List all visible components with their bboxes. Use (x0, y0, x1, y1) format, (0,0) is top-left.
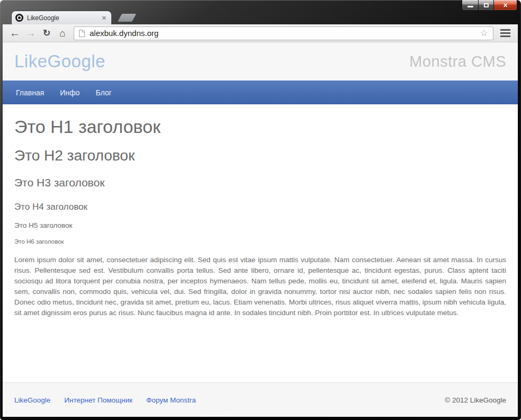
maximize-button[interactable] (478, 0, 493, 11)
new-tab-button[interactable] (118, 14, 136, 22)
copyright-text: © 2012 LikeGoogle (445, 396, 506, 404)
site-brand-link[interactable]: LikeGoogle (14, 51, 105, 72)
heading-h6: Это H6 заголовок (14, 238, 506, 245)
home-icon: ⌂ (59, 28, 65, 39)
browser-window: LikeGoogle × × ← → ↻ (0, 0, 521, 420)
cms-label: Monstra CMS (409, 53, 506, 70)
heading-h1: Это H1 заголовок (14, 117, 506, 137)
heading-h2: Это H2 заголовок (14, 147, 506, 164)
heading-h5: Это H5 заголовок (14, 221, 506, 229)
tab-title: LikeGoogle (27, 14, 100, 22)
tab-strip: LikeGoogle × × (0, 0, 521, 24)
minimize-icon (467, 6, 473, 7)
chrome-menu-button[interactable] (497, 26, 513, 40)
footer-links: LikeGoogle Интернет Помощник Форум Monst… (14, 396, 196, 404)
page-icon[interactable] (79, 30, 85, 37)
bookmark-star-icon[interactable]: ☆ (480, 28, 488, 39)
close-button[interactable]: × (493, 0, 517, 11)
close-icon: × (503, 2, 507, 9)
page-viewport: LikeGoogle Monstra CMS Главная Инфо Блог… (3, 42, 518, 417)
monstra-favicon-icon (15, 14, 23, 22)
window-controls: × (462, 0, 517, 11)
footer-link-monstra-forum[interactable]: Форум Monstra (146, 396, 196, 404)
minimize-button[interactable] (462, 0, 478, 11)
footer-link-likegoogle[interactable]: LikeGoogle (14, 396, 50, 404)
reload-icon: ↻ (43, 28, 50, 39)
page-content: Это H1 заголовок Это H2 заголовок Это H3… (3, 104, 518, 382)
browser-toolbar: ← → ↻ ⌂ alexbuk.dyndns.org ☆ (3, 24, 518, 42)
heading-h4: Это H4 заголовок (14, 202, 506, 212)
hamburger-menu-icon (500, 29, 510, 31)
url-text[interactable]: alexbuk.dyndns.org (90, 29, 480, 38)
back-icon: ← (10, 27, 20, 39)
nav-item-home[interactable]: Главная (16, 88, 44, 97)
forward-icon: → (25, 27, 36, 39)
reload-button[interactable]: ↻ (39, 26, 54, 40)
site-nav: Главная Инфо Блог (3, 81, 518, 104)
home-button[interactable]: ⌂ (55, 26, 70, 40)
heading-h3: Это H3 заголовок (14, 176, 506, 189)
forward-button[interactable]: → (23, 26, 38, 40)
site-header: LikeGoogle Monstra CMS (3, 42, 518, 81)
tab-close-icon[interactable]: × (100, 13, 108, 22)
address-bar[interactable]: alexbuk.dyndns.org ☆ (74, 26, 493, 40)
site-footer: LikeGoogle Интернет Помощник Форум Monst… (3, 382, 518, 417)
lorem-paragraph: Lorem ipsum dolor sit amet, consectetuer… (14, 255, 506, 318)
nav-item-info[interactable]: Инфо (60, 88, 80, 97)
browser-body: ← → ↻ ⌂ alexbuk.dyndns.org ☆ Like (3, 24, 518, 417)
back-button[interactable]: ← (7, 26, 22, 40)
browser-tab[interactable]: LikeGoogle × (11, 11, 112, 24)
footer-link-internet-helper[interactable]: Интернет Помощник (64, 396, 133, 404)
maximize-icon (484, 3, 489, 7)
nav-item-blog[interactable]: Блог (95, 88, 111, 97)
